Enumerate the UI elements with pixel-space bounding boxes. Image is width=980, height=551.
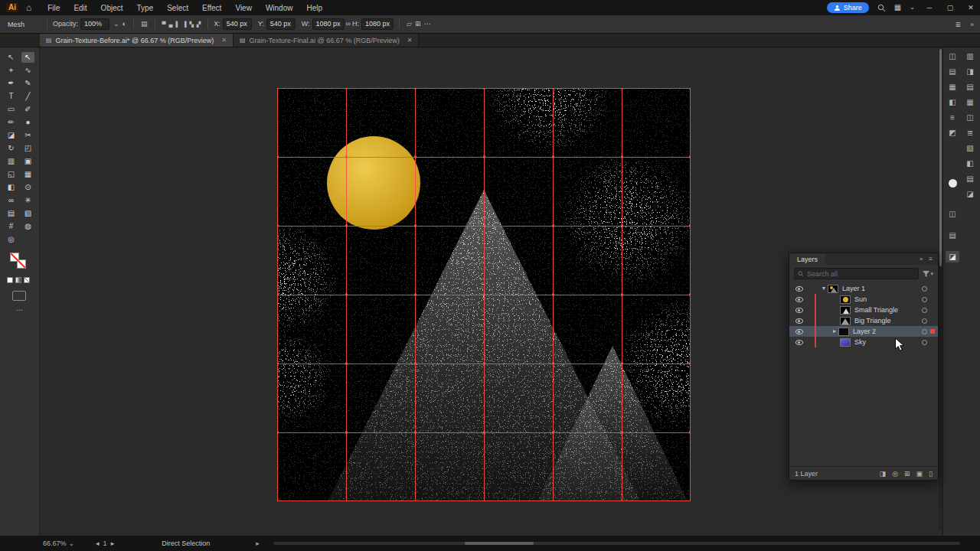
shape-builder-tool[interactable]: ◱: [5, 169, 18, 180]
direct-selection-tool[interactable]: ↖: [21, 52, 34, 63]
share-button[interactable]: Share: [827, 2, 869, 13]
column-graph-tool[interactable]: ▤: [5, 208, 18, 219]
artboards-panel-icon[interactable]: ▤: [946, 230, 959, 241]
menu-type[interactable]: Type: [130, 4, 161, 12]
edit-toolbar-icon[interactable]: ⋯: [0, 306, 39, 314]
close-button[interactable]: ✕: [965, 0, 977, 15]
rotate-tool[interactable]: ↻: [5, 143, 18, 154]
blend-tool[interactable]: ∞: [5, 195, 18, 206]
color-button[interactable]: [7, 277, 13, 283]
chevron-down-icon[interactable]: ▾: [820, 285, 828, 292]
stroke-panel-icon[interactable]: ≡: [946, 112, 959, 123]
close-tab-icon[interactable]: ✕: [407, 37, 413, 44]
color-indicator-icon[interactable]: [949, 179, 957, 187]
link-dimensions-icon[interactable]: ∞: [346, 21, 351, 28]
visibility-eye-icon[interactable]: [795, 297, 803, 302]
layer-thumbnail[interactable]: [840, 295, 851, 304]
artboard-number[interactable]: 1: [103, 540, 107, 547]
h-input[interactable]: 1080 px: [361, 18, 394, 30]
target-circle-icon[interactable]: [922, 329, 927, 334]
layer-thumbnail[interactable]: [840, 338, 851, 347]
symbol-sprayer-tool[interactable]: ✳: [21, 195, 34, 206]
w-input[interactable]: 1080 px: [312, 18, 345, 30]
filter-funnel-icon[interactable]: ▾: [923, 271, 933, 277]
y-input[interactable]: 540 px: [266, 18, 296, 30]
grid-options-icon[interactable]: ⊞: [415, 21, 421, 28]
align-right-icon[interactable]: ▌: [175, 21, 179, 27]
align-bottom-icon[interactable]: ▞: [197, 21, 201, 27]
layer-name[interactable]: Sun: [854, 295, 867, 303]
gradient-tool[interactable]: ◧: [5, 182, 18, 193]
search-icon[interactable]: [877, 4, 886, 12]
curvature-tool[interactable]: ✎: [21, 78, 34, 89]
panel-icon[interactable]: ▤: [963, 81, 977, 93]
target-circle-icon[interactable]: [922, 340, 927, 345]
transparency-panel-icon[interactable]: ◩: [946, 127, 959, 139]
vertical-scrollbar-thumb[interactable]: [939, 49, 942, 266]
menu-object[interactable]: Object: [94, 4, 130, 12]
layer-name[interactable]: Sky: [854, 338, 866, 346]
clipping-mask-button[interactable]: ◨: [880, 470, 887, 478]
delete-layer-button[interactable]: ▯: [929, 470, 933, 478]
locate-object-button[interactable]: ◎: [892, 470, 898, 478]
layer-thumbnail[interactable]: [840, 317, 851, 325]
swatches-panel-icon[interactable]: ▦: [946, 81, 959, 93]
mesh-tool[interactable]: ▦: [21, 169, 34, 180]
more-options-icon[interactable]: ⋯: [424, 21, 431, 28]
free-transform-tool[interactable]: ▣: [21, 156, 34, 167]
layer-row-small-triangle[interactable]: Small Triangle: [789, 305, 938, 315]
home-icon[interactable]: ⌂: [26, 3, 31, 12]
opacity-input[interactable]: 100%: [80, 18, 109, 30]
blob-brush-tool[interactable]: ●: [21, 117, 34, 128]
eyedropper-tool[interactable]: ⊙: [21, 182, 34, 193]
horizontal-scrollbar-thumb[interactable]: [465, 542, 534, 545]
tab-grain-texture-before[interactable]: ▤ Grain-Texture-Before.ai* @ 66.67 % (RG…: [40, 34, 234, 47]
selection-tool[interactable]: ↖: [5, 52, 18, 63]
search-input[interactable]: Search all: [794, 268, 919, 279]
menu-file[interactable]: File: [41, 4, 67, 12]
line-segment-tool[interactable]: ╱: [21, 91, 34, 102]
eraser-tool[interactable]: ◪: [5, 130, 18, 141]
panel-icon[interactable]: ▥: [963, 51, 977, 62]
panel-icon[interactable]: ▤: [963, 173, 977, 184]
align-middle-icon[interactable]: ▚: [189, 21, 193, 27]
magic-wand-tool[interactable]: ⌖: [5, 65, 18, 76]
status-expand-icon[interactable]: ▸: [256, 540, 260, 547]
target-circle-icon[interactable]: [922, 286, 927, 292]
gradient-button[interactable]: [15, 277, 21, 283]
layer-name[interactable]: Layer 2: [853, 328, 876, 335]
artboard[interactable]: [277, 88, 691, 501]
panel-icon[interactable]: ◫: [963, 112, 977, 123]
type-tool[interactable]: T: [5, 91, 18, 102]
visibility-eye-icon[interactable]: [795, 286, 803, 292]
horizontal-scrollbar[interactable]: [273, 542, 960, 545]
fill-stroke-swatches[interactable]: [10, 253, 28, 271]
layer-name[interactable]: Layer 1: [842, 285, 865, 292]
new-sublayer-button[interactable]: ⊞: [904, 470, 910, 478]
panel-icon[interactable]: ≣: [963, 127, 977, 139]
fill-swatch[interactable]: [10, 253, 19, 262]
menu-effect[interactable]: Effect: [195, 4, 228, 12]
align-center-icon[interactable]: ▄: [168, 21, 172, 27]
chevron-right-icon[interactable]: ▸: [831, 328, 838, 334]
paintbrush-tool[interactable]: ✐: [21, 104, 34, 115]
panel-icon[interactable]: ◧: [963, 158, 977, 169]
layer-row-layer-2[interactable]: ▸ Layer 2: [789, 326, 938, 337]
target-circle-icon[interactable]: [922, 308, 927, 313]
menu-select[interactable]: Select: [160, 4, 195, 12]
scale-tool[interactable]: ◰: [21, 143, 34, 154]
menu-edit[interactable]: Edit: [67, 4, 93, 12]
lasso-tool[interactable]: ∿: [21, 65, 34, 76]
style-icon[interactable]: ◐: [122, 21, 126, 28]
scissors-tool[interactable]: ✂: [21, 130, 34, 141]
close-tab-icon[interactable]: ✕: [221, 37, 227, 44]
visibility-eye-icon[interactable]: [795, 340, 803, 345]
visibility-eye-icon[interactable]: [795, 329, 803, 334]
collapse-panel-icon[interactable]: »: [920, 256, 923, 262]
target-circle-icon[interactable]: [922, 318, 927, 324]
menu-window[interactable]: Window: [259, 4, 300, 12]
sun-shape[interactable]: [327, 136, 420, 230]
collapse-icon[interactable]: »: [970, 21, 974, 28]
gradient-panel-icon[interactable]: ◧: [946, 96, 959, 108]
layers-panel-icon[interactable]: ◪: [946, 251, 959, 262]
